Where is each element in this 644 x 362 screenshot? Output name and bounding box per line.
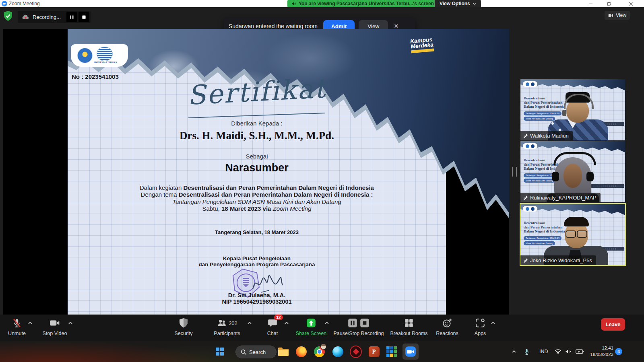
- cloud-recording-icon: [22, 14, 29, 20]
- recording-indicator: Recording...: [18, 11, 91, 23]
- recipient-name: Drs. H. Maidi, S.H., M.M., M.Pd.: [68, 130, 446, 142]
- window-title: Zoom Meeting: [9, 1, 40, 6]
- gallery-view-button[interactable]: View: [605, 11, 630, 20]
- tray-microphone-icon[interactable]: [524, 341, 530, 362]
- video-tile-walikota-madiun[interactable]: Desentralisasidan Peran PemerintahanDala…: [520, 79, 625, 140]
- pin-icon: [523, 195, 528, 200]
- role-label: Narasumber: [68, 162, 446, 174]
- stop-icon: [359, 318, 370, 328]
- apps-options-chevron[interactable]: [490, 320, 496, 326]
- zoom-toolbar: Unmute Stop Video Security 202 Participa…: [0, 315, 644, 341]
- microphone-muted-icon: [12, 318, 22, 328]
- chevron-down-icon: [473, 2, 476, 6]
- participants-icon: [217, 318, 227, 328]
- red-app-icon[interactable]: [350, 346, 362, 358]
- pin-icon: [523, 258, 528, 263]
- breakout-rooms-button[interactable]: Breakout Rooms: [387, 317, 431, 336]
- tray-language[interactable]: IND: [539, 341, 548, 362]
- video-tile-rulinawaty[interactable]: Desentralisasidan Peran PemerintahanDala…: [520, 141, 625, 202]
- edge-icon[interactable]: [332, 346, 344, 358]
- certificate-body: Sertifikat Diberikan Kepada : Drs. H. Ma…: [68, 29, 446, 315]
- leave-button[interactable]: Leave: [601, 318, 625, 331]
- toast-message: Sudarwan entered the waiting room: [229, 23, 318, 29]
- pause-recording-button[interactable]: [66, 12, 77, 22]
- signer-name: Dr. Siti Julaeha, M.A.: [68, 292, 446, 298]
- event-description: Dalam kegiatan Desentralisasi dan Peran …: [68, 184, 446, 212]
- view-options-button[interactable]: View Options: [435, 0, 481, 7]
- shared-screen: UNIVERSITAS TERBUKA Kampus Merdeka No : …: [3, 29, 509, 315]
- unmute-options-chevron[interactable]: [27, 320, 33, 326]
- minimize-button[interactable]: [583, 0, 598, 7]
- chat-options-chevron[interactable]: [284, 320, 289, 326]
- video-options-chevron[interactable]: [68, 320, 73, 326]
- powerpoint-icon[interactable]: P: [368, 346, 380, 358]
- video-tile-joko-rizkie[interactable]: Desentralisasidan Peran PemerintahanDala…: [520, 204, 625, 265]
- reactions-icon: [442, 318, 452, 328]
- panel-resize-handle[interactable]: [512, 167, 517, 177]
- chrome-icon[interactable]: [313, 346, 325, 358]
- windows-taskbar: Search P: [0, 341, 644, 362]
- stop-recording-button[interactable]: [78, 12, 89, 22]
- given-to-label: Diberikan Kepada :: [68, 120, 446, 127]
- file-explorer-icon[interactable]: [277, 346, 289, 358]
- security-button[interactable]: Security: [161, 317, 206, 336]
- participants-button[interactable]: 202 Participants: [205, 317, 249, 336]
- pause-icon: [347, 318, 358, 328]
- screen: Zoom Meeting You are viewing Pascasarjan…: [0, 0, 644, 362]
- tray-battery-icon[interactable]: [576, 341, 584, 362]
- certificate-title: Sertifikat: [67, 66, 447, 117]
- tray-time: 12.41: [588, 345, 613, 351]
- pause-stop-recording-button[interactable]: Pause/Stop Recording: [328, 317, 389, 336]
- window-titlebar: Zoom Meeting You are viewing Pascasarjan…: [0, 0, 644, 8]
- participants-count: 202: [229, 320, 237, 326]
- as-label: Sebagai: [68, 153, 446, 160]
- zoom-taskbar-icon[interactable]: [402, 343, 419, 360]
- signer-nip: NIP 196504291989032001: [68, 298, 446, 305]
- tray-wifi-icon[interactable]: [555, 341, 561, 362]
- tray-expand-chevron[interactable]: [511, 341, 517, 362]
- breakout-rooms-icon: [404, 318, 414, 328]
- firefox-icon[interactable]: [295, 346, 307, 358]
- maximize-button[interactable]: [601, 0, 617, 7]
- shield-icon: [179, 318, 188, 328]
- start-button[interactable]: [214, 346, 226, 358]
- view-layout-icon: [608, 13, 613, 18]
- video-camera-icon: [49, 318, 60, 328]
- chrome-profile-avatar: [320, 343, 326, 350]
- apps-icon: [475, 318, 485, 328]
- taskbar-search[interactable]: Search: [235, 346, 277, 358]
- tray-volume-muted-icon[interactable]: [565, 341, 572, 362]
- chat-unread-badge: 12: [274, 315, 283, 320]
- zoom-app-icon: [2, 1, 7, 6]
- grid-app-icon[interactable]: [386, 346, 398, 358]
- tray-date: 18/03/2023: [588, 351, 613, 358]
- recording-label: Recording...: [29, 14, 66, 20]
- signer-title: Kepala Pusat Pengelolaan dan Penyelengga…: [68, 255, 446, 267]
- search-icon: [241, 349, 246, 355]
- share-screen-icon: [306, 318, 316, 328]
- notification-count-badge[interactable]: 4: [615, 348, 622, 355]
- pin-icon: [523, 133, 528, 138]
- participant-name-label: Rulinawaty_KAPRODI_MAP: [520, 193, 601, 202]
- speaker-icon: [291, 1, 296, 6]
- close-button[interactable]: [623, 0, 638, 7]
- tray-clock[interactable]: 12.41 18/03/2023: [588, 345, 613, 358]
- meeting-area: Recording... View Sudarwan entered the w…: [0, 7, 644, 315]
- viewing-screen-banner: You are viewing Pascasarjana Universitas…: [287, 0, 438, 7]
- participant-name-label: Walikota Madiun: [520, 131, 573, 140]
- participant-name-label: Joko Rizkie Widokarti_P5s: [520, 255, 596, 265]
- title-underline: [188, 113, 325, 118]
- place-date: Tangerang Selatan, 18 Maret 2023: [68, 229, 446, 235]
- meeting-security-shield-icon[interactable]: [3, 10, 13, 22]
